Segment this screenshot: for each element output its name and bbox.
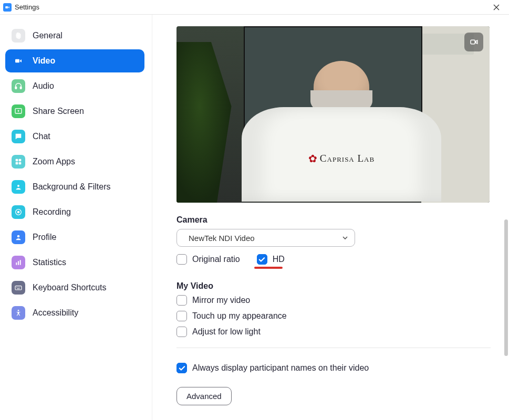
keyboard-icon [12, 281, 25, 295]
svg-rect-8 [16, 162, 18, 165]
sidebar-label: Profile [33, 233, 56, 242]
svg-rect-0 [5, 6, 8, 8]
svg-rect-21 [17, 288, 19, 289]
low-light-checkbox[interactable]: Adjust for low light [176, 327, 491, 337]
close-icon [493, 4, 500, 10]
svg-rect-2 [15, 59, 19, 63]
coat-text: Caprisa Lab [320, 153, 375, 164]
sidebar-item-recording[interactable]: Recording [5, 201, 144, 224]
check-icon [179, 365, 185, 372]
sidebar-item-profile[interactable]: Profile [5, 226, 144, 249]
statistics-icon [12, 256, 25, 269]
sidebar-item-keyboard-shortcuts[interactable]: Keyboard Shortcuts [5, 276, 144, 299]
checkbox-box [176, 363, 187, 373]
svg-rect-15 [18, 261, 19, 265]
svg-rect-16 [20, 260, 21, 265]
sidebar-item-video[interactable]: Video [5, 49, 144, 72]
sidebar-label: General [33, 31, 63, 40]
camera-heading: Camera [176, 215, 491, 225]
preview-person: ✿ Caprisa Lab [236, 61, 446, 203]
sidebar-item-zoom-apps[interactable]: Zoom Apps [5, 150, 144, 173]
svg-point-10 [17, 185, 19, 187]
camera-select[interactable]: NewTek NDI Video [176, 229, 355, 247]
sidebar-item-general[interactable]: General [5, 24, 144, 47]
svg-rect-23 [471, 40, 475, 44]
checkbox-label: HD [273, 255, 285, 264]
content-pane: ✿ Caprisa Lab Camera NewTek NDI Video Or… [152, 15, 509, 420]
sidebar-label: Chat [33, 132, 50, 141]
checkbox-box [176, 311, 187, 321]
sidebar-label: Background & Filters [33, 182, 111, 192]
svg-point-22 [18, 310, 19, 311]
sidebar-item-chat[interactable]: Chat [5, 125, 144, 148]
sidebar-label: Statistics [33, 258, 66, 267]
accessibility-icon [12, 306, 25, 320]
mirror-video-checkbox[interactable]: Mirror my video [176, 295, 491, 306]
checkbox-label: Touch up my appearance [192, 311, 287, 321]
sidebar-label: Recording [33, 207, 71, 217]
sidebar-label: Accessibility [33, 308, 78, 318]
video-preview: ✿ Caprisa Lab [176, 26, 490, 203]
sidebar-label: Video [33, 56, 55, 66]
sidebar-item-statistics[interactable]: Statistics [5, 251, 144, 274]
chevron-down-icon [342, 235, 348, 241]
svg-point-13 [17, 235, 20, 238]
checkbox-box [176, 327, 187, 337]
touch-up-checkbox[interactable]: Touch up my appearance [176, 311, 491, 321]
sidebar-label: Zoom Apps [33, 157, 75, 166]
background-icon [12, 180, 25, 194]
svg-rect-3 [15, 87, 17, 89]
share-screen-icon [12, 104, 25, 118]
sidebar-item-share-screen[interactable]: Share Screen [5, 100, 144, 123]
checkbox-label: Always display participant names on thei… [192, 363, 369, 373]
checkbox-box [176, 254, 187, 265]
svg-rect-6 [16, 159, 18, 162]
my-video-heading: My Video [176, 281, 491, 291]
checkbox-box [257, 254, 267, 265]
hd-highlight-mark [254, 267, 283, 269]
svg-rect-9 [19, 162, 22, 165]
sidebar-label: Keyboard Shortcuts [33, 283, 107, 292]
preview-head [314, 61, 369, 113]
record-icon [12, 205, 25, 219]
window-title: Settings [15, 3, 39, 11]
close-button[interactable] [486, 0, 507, 15]
hd-checkbox[interactable]: HD [257, 254, 285, 265]
preview-coat-label: ✿ Caprisa Lab [308, 152, 375, 165]
checkbox-box [176, 295, 187, 306]
ribbon-icon: ✿ [308, 152, 318, 165]
sidebar-item-audio[interactable]: Audio [5, 75, 144, 98]
svg-rect-17 [15, 286, 22, 290]
preview-plant [176, 42, 234, 203]
scrollbar[interactable] [504, 219, 508, 356]
preview-coat: ✿ Caprisa Lab [242, 107, 441, 202]
rotate-icon [469, 37, 479, 47]
checkbox-label: Original ratio [192, 255, 240, 264]
svg-point-12 [17, 211, 20, 214]
camera-select-value: NewTek NDI Video [189, 234, 255, 243]
video-icon [12, 54, 25, 68]
checkbox-label: Adjust for low light [192, 327, 261, 337]
titlebar: Settings [0, 0, 509, 15]
apps-icon [12, 155, 25, 169]
advanced-button[interactable]: Advanced [176, 387, 232, 405]
always-display-names-checkbox[interactable]: Always display participant names on thei… [176, 363, 491, 373]
sidebar-item-accessibility[interactable]: Accessibility [5, 301, 144, 324]
svg-rect-7 [19, 159, 22, 162]
svg-point-18 [16, 287, 17, 288]
check-icon [258, 256, 265, 263]
chat-icon [12, 130, 25, 143]
profile-icon [12, 230, 25, 244]
sidebar-label: Audio [33, 81, 54, 91]
original-ratio-checkbox[interactable]: Original ratio [176, 254, 240, 265]
sidebar-label: Share Screen [33, 107, 84, 116]
sidebar: General Video Audio Share Screen Chat [0, 15, 152, 420]
svg-rect-4 [20, 87, 22, 89]
svg-rect-14 [16, 262, 17, 265]
divider [176, 348, 491, 348]
checkbox-label: Mirror my video [192, 296, 250, 305]
rotate-camera-button[interactable] [464, 33, 483, 51]
gear-icon [12, 29, 25, 43]
headphones-icon [12, 79, 25, 93]
sidebar-item-background-filters[interactable]: Background & Filters [5, 175, 144, 198]
